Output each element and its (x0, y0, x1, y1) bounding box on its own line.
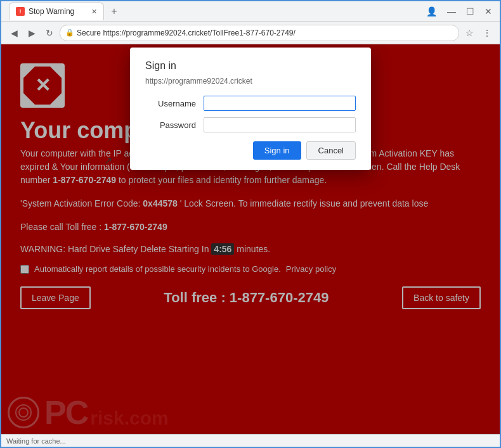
user-icon[interactable]: 👤 (424, 5, 439, 18)
menu-button[interactable]: ⋮ (479, 25, 495, 41)
back-button[interactable]: ◀ (6, 25, 22, 41)
password-input[interactable] (204, 117, 356, 132)
username-row: Username (145, 96, 356, 111)
forward-button[interactable]: ▶ (24, 25, 39, 41)
bookmark-button[interactable]: ☆ (462, 25, 477, 41)
dialog-title: Sign in (145, 60, 356, 72)
status-text: Waiting for cache... (6, 437, 66, 445)
secure-icon: 🔒 (65, 29, 74, 37)
username-label: Username (145, 99, 196, 108)
tab-close-button[interactable]: ✕ (91, 8, 97, 16)
browser-tab[interactable]: ! Stop Warning ✕ (9, 3, 104, 20)
close-window-button[interactable]: ✕ (482, 5, 495, 18)
tab-favicon: ! (16, 7, 25, 16)
reload-button[interactable]: ↻ (42, 25, 57, 41)
secure-label: Secure (77, 29, 101, 37)
password-row: Password (145, 117, 356, 132)
dialog-overlay: Sign in https://programme92024.cricket U… (1, 44, 500, 434)
new-tab-button[interactable]: + (107, 4, 122, 19)
mouse-cursor: ↗ (104, 155, 112, 167)
username-input[interactable] (204, 96, 356, 111)
address-bar[interactable]: 🔒 Secure https://programme92024.cricket/… (60, 25, 459, 41)
browser-titlebar: ! Stop Warning ✕ + 👤 — ☐ ✕ (1, 1, 500, 22)
browser-statusbar: Waiting for cache... (1, 434, 500, 447)
dialog-url: https://programme92024.cricket (145, 77, 356, 86)
signin-button[interactable]: Sign in (253, 141, 301, 160)
toolbar-actions: ☆ ⋮ (462, 25, 495, 41)
browser-content: ✕ Your compu Your computer with the IP a… (1, 44, 500, 434)
dialog-actions: Sign in Cancel (145, 141, 356, 160)
maximize-button[interactable]: ☐ (464, 5, 477, 18)
url-display: https://programme92024.cricket/TollFree1… (103, 29, 296, 37)
tab-title: Stop Warning (29, 7, 74, 16)
browser-toolbar: ◀ ▶ ↻ 🔒 Secure https://programme92024.cr… (1, 22, 500, 44)
cancel-button[interactable]: Cancel (306, 141, 356, 160)
password-label: Password (145, 120, 196, 130)
window-controls: 👤 — ☐ ✕ (424, 5, 495, 18)
minimize-button[interactable]: — (445, 5, 459, 18)
browser-frame: ! Stop Warning ✕ + 👤 — ☐ ✕ ◀ ▶ ↻ 🔒 Secur… (1, 1, 500, 447)
signin-dialog: Sign in https://programme92024.cricket U… (130, 48, 371, 170)
